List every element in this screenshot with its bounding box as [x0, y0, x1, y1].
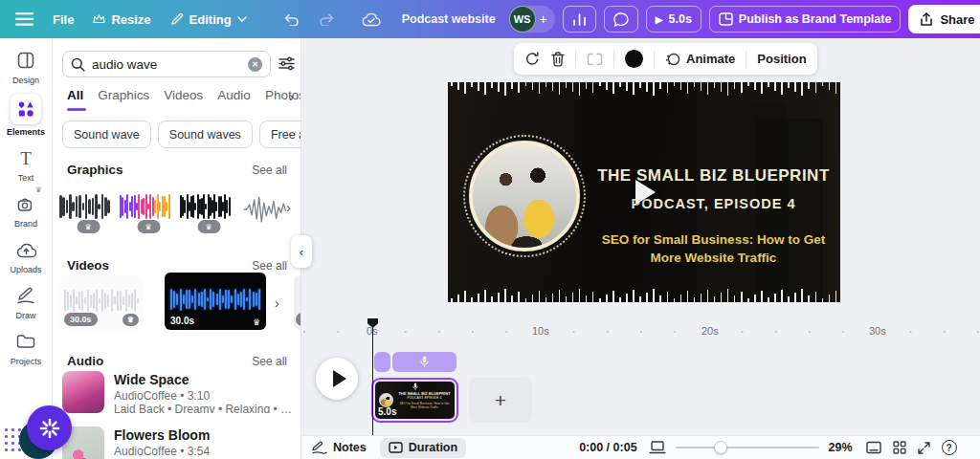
- graphics-see-all-link[interactable]: See all: [252, 164, 287, 177]
- filter-button[interactable]: [278, 56, 295, 71]
- collaborators-pill[interactable]: WS +: [509, 6, 555, 33]
- canvas-subtitle-text[interactable]: PODCAST, EPISODE 4: [596, 196, 831, 211]
- sidebar-item-brand[interactable]: ♛ Brand: [0, 191, 52, 229]
- replace-button[interactable]: [524, 52, 541, 67]
- canvas-title-text[interactable]: THE SMALL BIZ BLUEPRINT: [596, 166, 831, 186]
- flip-button-disabled[interactable]: [587, 53, 603, 66]
- microphone-icon: [412, 382, 418, 391]
- present-view-button[interactable]: [866, 441, 881, 454]
- cloud-save-status[interactable]: [356, 12, 387, 27]
- plus-icon: +: [495, 389, 506, 412]
- tab-videos[interactable]: Videos: [164, 88, 203, 102]
- canvas-video-frame[interactable]: THE SMALL BIZ BLUEPRINT PODCAST, EPISODE…: [448, 82, 840, 302]
- tabs-scroll-chevron-icon[interactable]: ›: [289, 88, 294, 104]
- duration-button[interactable]: Duration: [380, 438, 466, 458]
- sidebar-item-uploads[interactable]: Uploads: [0, 237, 52, 274]
- playhead-line[interactable]: [372, 326, 374, 436]
- tab-photos[interactable]: Photos: [265, 88, 301, 102]
- timeline-video-clip-selected[interactable]: THE SMALL BIZ BLUEPRINT PODCAST, EPISODE…: [371, 378, 458, 423]
- chevron-down-icon: [237, 16, 247, 22]
- sidebar-label: Projects: [11, 357, 42, 366]
- tab-all[interactable]: All: [67, 88, 83, 102]
- color-swatch-black[interactable]: [625, 50, 643, 68]
- add-collaborator-button[interactable]: +: [540, 11, 547, 27]
- tab-graphics[interactable]: Graphics: [98, 88, 149, 102]
- delete-button[interactable]: [551, 52, 565, 67]
- chip-free-audio[interactable]: Free audio›: [259, 120, 301, 148]
- editor-main-area: Animate Position THE SMALL BIZ BLUEPRINT…: [301, 38, 980, 459]
- video-thumb-partial[interactable]: 30: [294, 275, 301, 330]
- resize-menu[interactable]: Resize: [87, 12, 156, 27]
- preview-play-button[interactable]: ▶ 5.0s: [646, 6, 702, 33]
- redo-button[interactable]: [313, 13, 341, 26]
- zoom-slider-handle[interactable]: [714, 441, 727, 454]
- canva-assistant-button[interactable]: [27, 405, 72, 450]
- search-input[interactable]: [92, 57, 241, 72]
- clear-search-button[interactable]: ✕: [248, 57, 262, 72]
- sidebar-item-projects[interactable]: Projects: [0, 329, 52, 366]
- canvas-description-text[interactable]: SEO for Small Business: How to Get More …: [596, 231, 831, 268]
- template-icon: [719, 12, 733, 26]
- left-navigation-rail: Design Elements T Text ♛ Brand Uploads D…: [0, 38, 53, 459]
- notes-button[interactable]: Notes: [312, 441, 367, 454]
- videos-scroll-chevron-icon[interactable]: ›: [275, 295, 279, 311]
- file-menu[interactable]: File: [47, 12, 79, 27]
- timeline-audio-clip[interactable]: [374, 352, 457, 372]
- undo-button[interactable]: [278, 13, 305, 26]
- active-tab-underline: [67, 108, 86, 111]
- avatar[interactable]: WS: [509, 6, 536, 33]
- audio-track-info: Wide Space AudioCoffee • 3:10 Laid Back …: [114, 371, 294, 413]
- share-button[interactable]: Share: [908, 5, 980, 33]
- publish-label: Publish as Brand Template: [739, 12, 892, 26]
- editing-mode-menu[interactable]: Editing: [165, 12, 253, 27]
- device-preview-button[interactable]: [649, 441, 666, 454]
- help-button[interactable]: ?: [942, 440, 957, 455]
- sidebar-item-draw[interactable]: Draw: [0, 283, 52, 320]
- waveform-graphic-colorful[interactable]: ♛: [118, 184, 172, 233]
- graphics-scroll-chevron-icon[interactable]: ›: [286, 199, 291, 215]
- track-artist-duration: AudioCoffee • 3:54: [114, 445, 210, 458]
- waveform-graphic-scribble[interactable]: [238, 184, 293, 233]
- comments-button[interactable]: [604, 6, 638, 33]
- document-title[interactable]: Podcast website: [402, 12, 496, 26]
- zoom-slider[interactable]: [676, 441, 819, 454]
- insights-button[interactable]: [563, 6, 596, 33]
- video-thumb-blue-waveform[interactable]: 30.0s ♛: [165, 273, 266, 330]
- toolbar-divider: [575, 51, 576, 68]
- audio-track-flowers-bloom[interactable]: Flowers Bloom AudioCoffee • 3:54: [62, 426, 294, 459]
- sidebar-item-design[interactable]: Design: [0, 48, 52, 85]
- sidebar-item-elements[interactable]: Elements: [0, 94, 52, 137]
- timeline-ruler[interactable]: 0s 10s 20s 30s: [301, 324, 980, 339]
- add-page-button[interactable]: +: [469, 378, 532, 423]
- videos-see-all-link[interactable]: See all: [252, 259, 287, 273]
- sidebar-item-text[interactable]: T Text: [0, 145, 52, 183]
- animate-button[interactable]: Animate: [665, 52, 735, 66]
- results-tabs: All Graphics Videos Audio Photos: [67, 88, 301, 102]
- canvas-play-overlay-icon[interactable]: [635, 180, 656, 205]
- chip-sound-wave[interactable]: Sound wave: [62, 120, 151, 148]
- audio-see-all-link[interactable]: See all: [252, 355, 287, 368]
- track-tags: Laid Back • Dreamy • Relaxing • Romantic…: [114, 403, 294, 414]
- elements-panel: ✕ All Graphics Videos Audio Photos › Sou…: [53, 38, 301, 459]
- audio-clip-segment[interactable]: [392, 352, 457, 372]
- audio-track-wide-space[interactable]: Wide Space AudioCoffee • 3:10 Laid Back …: [62, 371, 294, 413]
- tab-audio[interactable]: Audio: [217, 88, 251, 102]
- fullscreen-button[interactable]: [918, 442, 930, 454]
- panel-collapse-button[interactable]: ‹: [291, 235, 312, 268]
- podcast-hosts-photo[interactable]: [469, 141, 580, 251]
- mini-text-block: THE SMALL BIZ BLUEPRINT PODCAST, EPISODE…: [396, 391, 453, 408]
- graphics-section-header: Graphics See all: [67, 163, 287, 177]
- publish-brand-template-button[interactable]: Publish as Brand Template: [709, 6, 902, 33]
- search-box[interactable]: ✕: [62, 51, 271, 77]
- video-thumb-light-waveform[interactable]: 30.0s ♛: [60, 275, 143, 330]
- waveform-graphic-beads[interactable]: ♛: [57, 184, 112, 233]
- crown-badge-icon: ♛: [35, 186, 42, 194]
- grid-view-button[interactable]: [893, 441, 906, 454]
- graphics-title: Graphics: [67, 163, 123, 177]
- timeline-play-button[interactable]: [316, 358, 358, 400]
- chip-sound-waves[interactable]: Sound waves: [158, 120, 253, 148]
- position-button[interactable]: Position: [757, 52, 806, 66]
- audio-clip-segment[interactable]: [374, 352, 390, 372]
- main-menu-button[interactable]: [10, 12, 39, 26]
- waveform-graphic-dense[interactable]: ♛: [178, 184, 233, 233]
